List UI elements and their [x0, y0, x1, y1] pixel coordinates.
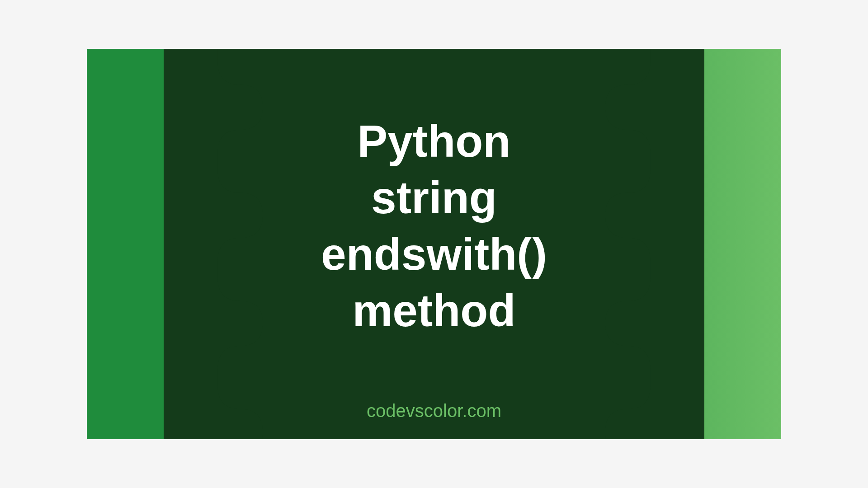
- hero-card: Python string endswith() method codevsco…: [87, 49, 781, 439]
- hero-title: Python string endswith() method: [321, 113, 547, 339]
- watermark-text: codevscolor.com: [367, 401, 501, 421]
